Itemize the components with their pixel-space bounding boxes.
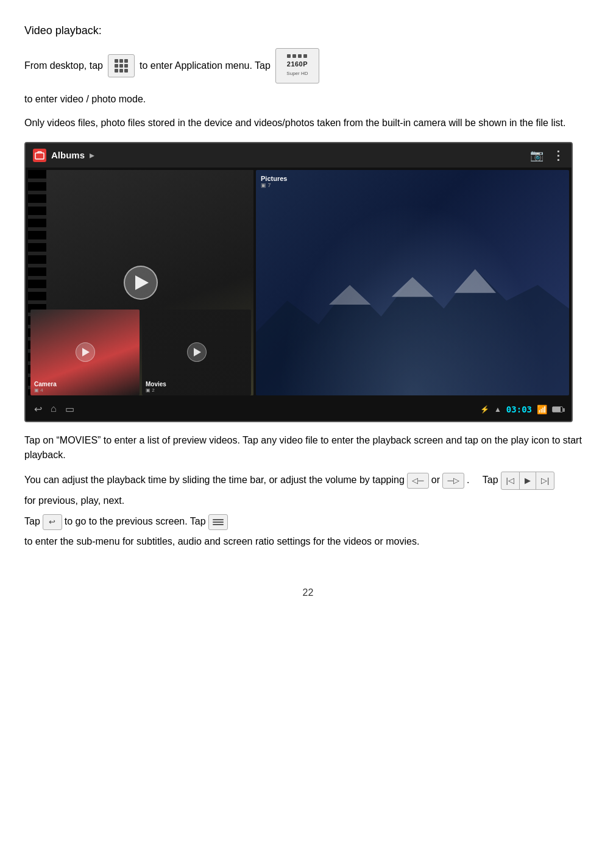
album-icon [33, 149, 46, 162]
movies-album-count: ▣ 2 [146, 387, 166, 393]
vol-up-icon: ─▷ [442, 473, 464, 489]
page-content: Video playback: From desktop, tap to ent… [24, 24, 592, 598]
submenu-icon [208, 514, 228, 530]
para4-before: You can adjust the playback time by slid… [24, 472, 405, 489]
paragraph2: Only videos files, photo files stored in… [24, 116, 592, 131]
status-time: 03:03 [506, 405, 532, 414]
paragraph1: From desktop, tap to enter Application m… [24, 48, 592, 83]
topbar-right: 📷 ⋮ [530, 148, 564, 163]
para4-dot: . [467, 472, 469, 489]
gallery-left-panel: Camera ▣ 4 Movies ▣ 2 [28, 170, 253, 395]
svg-rect-0 [35, 153, 44, 159]
paragraph4-block: You can adjust the playback time by slid… [24, 472, 592, 551]
prev-icon: |◁ [501, 472, 520, 489]
pictures-album-label: Pictures ▣ 7 [261, 175, 287, 188]
app-topbar: Albums ▸ 📷 ⋮ [26, 143, 572, 168]
superhd-icon: 2160P Super HD [275, 48, 319, 83]
svg-marker-3 [392, 277, 434, 296]
play-icon: ▶ [520, 472, 536, 489]
movies-play-icon [187, 342, 207, 362]
para1-end: to enter video / photo mode. [24, 92, 592, 107]
recent-nav-icon: ▭ [65, 403, 74, 415]
svg-marker-4 [455, 269, 497, 292]
screenshot: Albums ▸ 📷 ⋮ Camera [24, 142, 573, 422]
paragraph3: Tap on “MOVIES” to enter a list of previ… [24, 433, 592, 464]
camera-album-label: Camera [34, 381, 57, 387]
topbar-left: Albums ▸ [33, 149, 94, 162]
para5-middle: to go to the previous screen. Tap [65, 513, 206, 531]
movies-album-label: Movies [146, 381, 166, 387]
camera-icon: 📷 [530, 149, 543, 162]
para1-before: From desktop, tap [24, 58, 103, 74]
svg-marker-2 [329, 285, 371, 304]
back-icon: ↩ [43, 514, 62, 530]
topbar-chevron-icon: ▸ [90, 149, 94, 161]
signal-icon: ▲ [494, 405, 501, 414]
para4-for: for previous, play, next. [24, 492, 124, 510]
para4-or: or [431, 472, 440, 489]
page-number: 22 [24, 587, 592, 598]
camera-album-count: ▣ 4 [34, 387, 57, 393]
prev-play-next-bar: |◁ ▶ ▷| [501, 472, 555, 489]
mini-thumbs-row: Camera ▣ 4 Movies ▣ 2 [30, 310, 251, 395]
gallery-area: Camera ▣ 4 Movies ▣ 2 [26, 168, 572, 398]
page-title: Video playback: [24, 24, 592, 37]
topbar-title: Albums [51, 150, 85, 160]
more-icon: ⋮ [552, 148, 564, 163]
vol-down-icon: ◁─ [407, 473, 429, 489]
para1-middle: to enter Application menu. Tap [140, 58, 271, 74]
para5-before: Tap [24, 513, 40, 531]
status-bar-right: ⚡ ▲ 03:03 📶 [480, 405, 563, 414]
back-nav-icon: ↩ [34, 403, 42, 415]
gallery-right-panel: Pictures ▣ 7 [256, 170, 569, 395]
movies-album-thumb: Movies ▣ 2 [142, 310, 251, 395]
wifi-icon: 📶 [537, 405, 547, 414]
status-bar-left: ↩ ⌂ ▭ [34, 403, 74, 415]
next-icon: ▷| [536, 472, 554, 489]
camera-album-thumb: Camera ▣ 4 [30, 310, 140, 395]
para4-tap: Tap [483, 472, 498, 489]
battery-icon [552, 406, 563, 412]
play-button-large[interactable] [124, 266, 158, 300]
camera-play-icon [76, 342, 95, 362]
home-nav-icon: ⌂ [51, 403, 57, 415]
apps-grid-icon [108, 54, 135, 77]
status-bar: ↩ ⌂ ▭ ⚡ ▲ 03:03 📶 [26, 398, 572, 421]
para5-after: to enter the sub-menu for subtitles, aud… [24, 533, 419, 551]
usb-icon: ⚡ [480, 405, 489, 414]
